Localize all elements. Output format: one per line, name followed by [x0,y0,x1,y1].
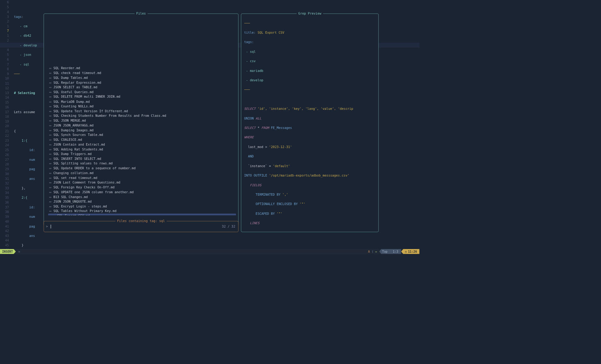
tag-item: - mariadb [244,69,263,73]
file-item[interactable]: ▭SQL Useful Queries.md [48,90,236,95]
files-panel-title: Files [135,11,148,16]
file-item[interactable]: ▭SQL Update ORDER to a sequence of numbe… [48,166,236,171]
frontmatter-rule: ─── [244,21,250,25]
file-item[interactable]: ▭SQL Foreign Key Checks On-Off.md [48,185,236,190]
sql-string: 'id', 'instance', 'key', 'lang', 'value'… [256,107,353,111]
file-item[interactable]: ▭JSON SELECT as TABLE.md [48,85,236,90]
file-item-label: Changing collation.md [53,171,93,175]
file-item[interactable]: ▭SQL JSON MERGE.md [48,118,236,123]
file-item[interactable]: ▭JSON JSON_ARRAYAGG.md [48,123,236,128]
sql-keyword: AND [244,154,254,158]
sql-text: `instance` = [244,164,273,168]
file-item[interactable]: ▭SQL INSERT INTO SELECT.md [48,156,236,161]
file-item[interactable]: ▭Changing collation.md [48,171,236,176]
markdown-file-icon: ▭ [49,200,51,204]
line-number: 42 [0,229,9,234]
code-line: pag [14,167,35,171]
line-number: 2 [0,19,9,24]
file-item[interactable]: ▭SQL set read timeout.md [48,175,236,180]
file-item-label: SQL Encrypt Login - steps.md [53,204,107,208]
file-item[interactable]: ▭SQL Regular Expression.md [48,80,236,85]
line-number: 7 [0,62,9,67]
file-item[interactable]: ▭SQL Dumping Images.md [48,128,236,133]
file-item[interactable]: ▭SQL MariaDB Dump.md [48,99,236,104]
markdown-file-icon: ▭ [53,214,55,215]
line-number: 18 [0,114,9,119]
sql-keyword: FROM [262,126,269,130]
sql-string: ',' [282,193,288,197]
tag-item: - sql [18,62,29,66]
markdown-file-icon: ▭ [49,119,51,123]
line-number: 35 [0,195,9,200]
sql-keyword: SELECT [244,107,256,111]
file-item[interactable]: ▭SQL COALESCE.md [48,137,236,142]
file-item[interactable]: ▭SQL Dump Tables.md [48,75,236,80]
file-item[interactable]: ▭SQL Adding Rat Students.md [48,147,236,152]
file-item-label: SQL Dump Tables.md [53,76,88,80]
sql-text: last_mod > [244,145,269,149]
code-line: 1:{ [14,139,27,143]
file-item-label: SQL MariaDB Dump.md [53,99,90,103]
line-number: 4 [0,48,9,52]
line-number: 16 [0,105,9,110]
markdown-file-icon: ▭ [49,176,51,180]
file-item-label: JSON JSON_ARRAYAGG.md [53,123,93,127]
line-number: 20 [0,124,9,129]
files-list[interactable]: ▭SQL Reorder.md▭SQL check read timeout.m… [48,66,236,215]
markdown-file-icon: ▭ [49,81,51,85]
markdown-file-icon: ▭ [49,195,51,199]
file-item-label: SQL set read timeout.md [53,176,97,180]
sql-text: * [256,126,262,130]
frontmatter-rule: ─── [244,88,250,92]
file-item-label: SQL Regular Expression.md [53,81,101,85]
markdown-file-icon: ▭ [49,109,51,113]
markdown-file-icon: ▭ [49,104,51,108]
file-item[interactable]: ▭JSON JSON_UNQUOTE.md [48,199,236,204]
markdown-file-icon: ▭ [49,147,51,151]
picker-input-panel[interactable]: Files containing tag: sql > 32 / 32 [44,221,238,232]
file-item-label: JSON JSON_UNQUOTE.md [53,200,92,204]
file-item[interactable]: ▭B13 SQL Changes.md [48,194,236,199]
markdown-file-icon: ▭ [49,166,51,170]
file-item[interactable]: ▭JSON Last Comment from Questions.md [48,180,236,185]
file-item[interactable]: ▭SQL Encrypt Login - steps.md [48,204,236,209]
file-item-label: JSON Contain and Extract.md [53,143,105,147]
file-item[interactable]: ▭SQL DELETE FROM multi INNER JOIN.md [48,94,236,99]
markdown-file-icon: ▭ [49,143,51,147]
file-item[interactable]: ▭JSON Contain and Extract.md [48,142,236,147]
file-item[interactable]: ▭SQL Synch Sources Table.md [48,133,236,137]
markdown-file-icon: ▭ [49,180,51,184]
line-number: 5 [0,52,9,57]
file-item[interactable]: ▭SQL Export CSV.md [48,214,236,215]
markdown-file-icon: ▭ [49,128,51,132]
file-item[interactable]: ▭SQL Reorder.md [48,66,236,71]
sql-keyword: UNION [244,116,256,120]
file-item-label: SQL Tables Without Primary Key.md [53,209,116,213]
cursor-position: Top 1:3 [379,249,401,254]
sql-keyword: INTO OUTFILE [244,174,269,177]
file-item[interactable]: ▭SQL check read timeout.md [48,71,236,76]
file-item-label: SQL Checking Students Number From Result… [53,114,166,118]
file-item[interactable]: ▭SQL Checking Students Number From Resul… [48,113,236,118]
line-number: 1 [0,24,9,29]
file-item[interactable]: ▭SQL Update Test Version If Different.md [48,109,236,113]
file-item[interactable]: ▭SQL UPDATE one JSON column from another… [48,190,236,194]
file-item[interactable]: ▭SQL Counting NULLs.md [48,104,236,109]
markdown-file-icon: ▭ [49,66,51,70]
file-item[interactable]: ▭SQL Tables Without Primary Key.md [48,209,236,214]
text-cursor [51,224,51,228]
file-item[interactable]: ▭SQL Splitting values to rows.md [48,161,236,166]
line-number: 13 [0,90,9,95]
line-number: 11 [0,81,9,86]
picker-prompt[interactable]: > [46,224,51,229]
preview-content[interactable]: ─── title: SQL Export CSV tags: - sql - … [244,16,376,230]
markdown-file-icon: ▭ [49,133,51,137]
line-number: 1 [0,33,9,38]
files-picker-panel: Files ▭SQL Reorder.md▭SQL check read tim… [44,14,238,226]
sql-ident: FE_Messages [269,126,292,130]
file-item-label: SQL COALESCE.md [53,138,82,142]
code-line: id: [14,205,35,209]
line-number: 23 [0,138,9,143]
file-item[interactable]: ▭SQL Dump Triggers.md [48,152,236,157]
line-number: 39 [0,214,9,219]
